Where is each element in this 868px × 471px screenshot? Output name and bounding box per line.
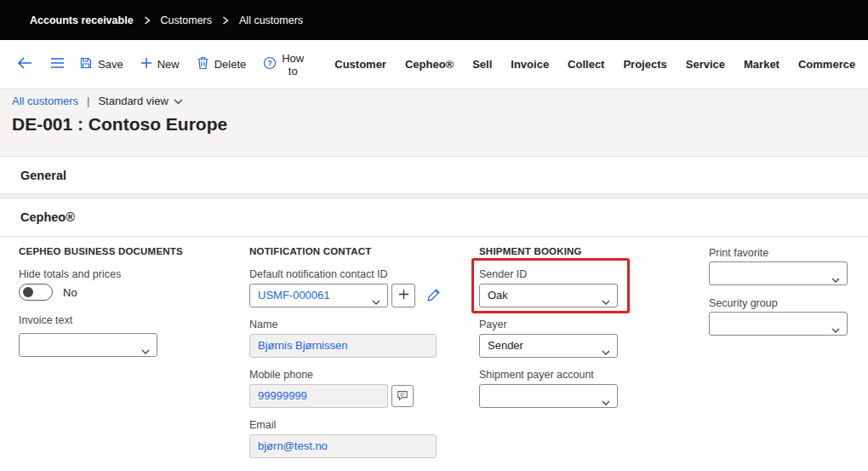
breadcrumb-item-customers[interactable]: Customers	[161, 14, 212, 26]
payer-value: Sender	[488, 335, 523, 357]
payer-label: Payer	[479, 319, 507, 330]
how-to-button[interactable]: ? How to	[263, 52, 304, 78]
chat-bubble-icon	[397, 389, 408, 404]
command-bar: Save New Delete ? How to Customer Cepheo…	[0, 40, 868, 89]
delete-button[interactable]: Delete	[197, 56, 247, 72]
pencil-icon	[426, 288, 441, 305]
toggle-knob	[23, 287, 33, 297]
back-arrow-icon	[17, 56, 32, 72]
help-icon: ?	[263, 56, 277, 72]
trash-icon	[197, 56, 209, 72]
delete-label: Delete	[214, 58, 247, 71]
chevron-right-icon	[144, 16, 151, 25]
chevron-right-icon	[222, 16, 229, 25]
invoice-text-label: Invoice text	[19, 314, 72, 326]
section-cepheo-label: Cepheo®	[20, 210, 75, 224]
top-navigation-bar: Accounts receivable Customers All custom…	[0, 0, 868, 40]
tab-sell[interactable]: Sell	[472, 58, 492, 71]
view-separator: |	[87, 95, 89, 107]
chevron-down-icon	[602, 293, 610, 308]
hamburger-menu-icon	[50, 57, 65, 72]
tab-customer[interactable]: Customer	[334, 58, 386, 71]
mobile-phone-label: Mobile phone	[249, 369, 313, 381]
contact-id-label: Default notification contact ID	[249, 268, 388, 280]
invoice-text-dropdown[interactable]	[19, 333, 157, 357]
chevron-down-icon	[141, 342, 150, 358]
chevron-down-icon	[602, 343, 610, 359]
chevron-down-icon	[372, 293, 380, 308]
mobile-phone-value: 99999999	[258, 385, 307, 407]
edit-contact-button[interactable]	[422, 285, 444, 307]
email-value: bjørn@test.no	[258, 435, 328, 457]
email-label: Email	[249, 419, 276, 431]
hide-totals-label: Hide totals and prices	[19, 268, 121, 280]
print-favorite-label: Print favorite	[709, 247, 768, 259]
section-header-cepheo[interactable]: Cepheo®	[0, 198, 868, 237]
hide-totals-value: No	[63, 286, 77, 299]
back-button[interactable]	[14, 53, 36, 76]
all-customers-link[interactable]: All customers	[12, 95, 78, 107]
name-field: Bjørnis Bjørnissen	[249, 334, 437, 358]
tab-invoice[interactable]: Invoice	[511, 58, 549, 71]
view-selector-label: Standard view	[98, 95, 168, 107]
shipment-payer-account-label: Shipment payer account	[479, 369, 594, 381]
chevron-down-icon	[831, 321, 840, 336]
payer-dropdown[interactable]: Sender	[479, 334, 618, 358]
section-header-general[interactable]: General	[0, 156, 868, 194]
plus-icon	[398, 289, 409, 302]
chevron-down-icon	[831, 271, 840, 286]
section-general-label: General	[20, 169, 66, 182]
security-group-dropdown[interactable]	[709, 312, 848, 336]
tab-cepheo[interactable]: Cepheo®	[405, 58, 454, 71]
breadcrumb-item-all-customers[interactable]: All customers	[239, 14, 303, 26]
save-label: Save	[98, 58, 123, 71]
sender-id-dropdown[interactable]: Oak	[479, 284, 618, 307]
save-icon	[79, 56, 93, 72]
chevron-down-icon	[174, 95, 183, 107]
contact-id-dropdown[interactable]: USMF-000061	[249, 284, 388, 307]
page: Accounts receivable Customers All custom…	[0, 0, 868, 471]
group-header-business-documents: CEPHEO BUSINESS DOCUMENTS	[19, 246, 183, 256]
how-to-label: How to	[282, 52, 304, 78]
email-field: bjørn@test.no	[249, 434, 437, 458]
send-message-button[interactable]	[391, 385, 414, 407]
tab-market[interactable]: Market	[744, 58, 779, 71]
print-favorite-dropdown[interactable]	[709, 261, 848, 285]
sender-id-label: Sender ID	[479, 268, 527, 280]
name-label: Name	[249, 319, 277, 330]
tab-commerce[interactable]: Commerce	[798, 58, 855, 71]
view-row: All customers | Standard view	[12, 95, 183, 107]
page-title: DE-001 : Contoso Europe	[12, 114, 227, 135]
add-contact-button[interactable]	[391, 284, 415, 307]
breadcrumb-item-accounts-receivable[interactable]: Accounts receivable	[30, 14, 134, 26]
new-button[interactable]: New	[140, 57, 180, 72]
group-header-shipment-booking: SHIPMENT BOOKING	[479, 246, 582, 256]
plus-icon	[140, 57, 152, 72]
view-selector[interactable]: Standard view	[98, 95, 182, 107]
tab-service[interactable]: Service	[686, 58, 725, 71]
security-group-label: Security group	[709, 297, 778, 309]
hide-totals-toggle[interactable]	[19, 284, 53, 301]
mobile-phone-field: 99999999	[249, 384, 388, 408]
group-header-notification-contact: NOTIFICATION CONTACT	[249, 246, 371, 256]
svg-text:?: ?	[267, 59, 272, 67]
new-label: New	[157, 58, 180, 71]
tab-collect[interactable]: Collect	[568, 58, 604, 71]
shipment-payer-account-dropdown[interactable]	[479, 384, 618, 408]
contact-id-value: USMF-000061	[258, 284, 330, 307]
name-value: Bjørnis Bjørnissen	[258, 335, 347, 357]
tab-projects[interactable]: Projects	[623, 58, 666, 71]
sender-id-value: Oak	[488, 284, 508, 307]
menu-button[interactable]	[47, 54, 68, 75]
page-tabs: Customer Cepheo® Sell Invoice Collect Pr…	[334, 58, 868, 71]
save-button[interactable]: Save	[79, 56, 123, 72]
chevron-down-icon	[602, 393, 610, 409]
